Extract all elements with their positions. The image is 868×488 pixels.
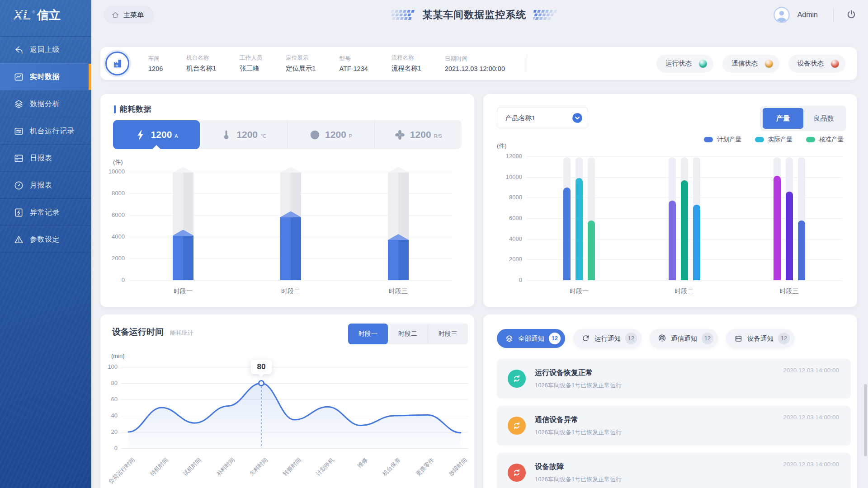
- bar: [588, 221, 595, 280]
- sidebar-item-label: 实时数据: [30, 72, 60, 82]
- notifications-panel: 全部通知 12 运行通知 12 通信通知 12 设备通知 12 运行设备恢复正常…: [483, 314, 857, 488]
- notification-body: 运行设备恢复正常 1026车间设备1号已恢复正常运行: [535, 368, 622, 389]
- divider: [833, 8, 834, 22]
- notification-item-device-fault[interactable]: 设备故障 1026车间设备1号已恢复正常运行 2020.12.03 14:00:…: [497, 453, 851, 488]
- status-pill-device: 设备状态: [788, 55, 845, 73]
- bar: [576, 178, 583, 280]
- sidebar-nav: 返回上级 实时数据 数据分析 机台运行记录 日报表 月报表 异常记录 参数设定: [0, 36, 91, 253]
- y-tick-label: 2000: [499, 256, 522, 263]
- status-pill-running: 运行状态: [656, 55, 713, 73]
- title-pixels-right-icon: [533, 9, 562, 20]
- x-tick-label: 时段二: [270, 287, 311, 296]
- bar: [774, 176, 781, 280]
- sidebar-item-monthly-report[interactable]: 月报表: [0, 172, 91, 199]
- avatar[interactable]: [773, 6, 790, 23]
- data-point-marker: [259, 381, 264, 386]
- logout-power-button[interactable]: [845, 9, 857, 21]
- sidebar-item-data-analysis[interactable]: 数据分析: [0, 90, 91, 117]
- factory-icon: [111, 57, 124, 70]
- top-bar: 主菜单 某某车间数据监控系统 Admin: [91, 0, 868, 30]
- y-tick-label: 8000: [499, 194, 522, 201]
- y-tick-label: 10000: [101, 168, 125, 175]
- field-value: 流程名称1: [392, 64, 421, 73]
- machine-info-bar: 车间 1206 机台名称 机台名称1 工作人员 张三峰 定位展示 定位展示1 型…: [100, 47, 857, 80]
- sidebar-item-parameter-settings[interactable]: 参数设定: [0, 226, 91, 253]
- notification-desc: 1026车间设备1号已恢复正常运行: [535, 381, 622, 389]
- field-value: 张三峰: [240, 64, 262, 73]
- bar: [388, 234, 409, 280]
- field-value: 2021.12.03 12:00:00: [445, 65, 505, 72]
- field-label: 流程名称: [392, 54, 421, 62]
- scrollbar-thumb[interactable]: [864, 384, 867, 456]
- chart-tooltip: 80: [251, 360, 272, 374]
- title-group: 某某车间数据监控系统: [386, 0, 562, 30]
- notification-list: 运行设备恢复正常 1026车间设备1号已恢复正常运行 2020.12.03 14…: [497, 359, 851, 488]
- runtime-line-chart: 020406080100(min) 80负荷运行时间待机时间试机时间补料时间欠料…: [100, 314, 474, 488]
- sync-status-icon: [508, 464, 526, 482]
- layers-icon: [505, 334, 514, 343]
- sidebar-item-realtime-data[interactable]: 实时数据: [0, 63, 91, 90]
- notification-timestamp: 2020.12.03 14:00:00: [783, 414, 839, 421]
- sidebar-item-machine-records[interactable]: 机台运行记录: [0, 117, 91, 145]
- x-tick-label: 时段一: [559, 287, 599, 296]
- page-title: 某某车间数据监控系统: [422, 8, 526, 22]
- y-tick-label: 0: [101, 277, 125, 283]
- realtime-chart-icon: [14, 72, 24, 82]
- exception-bolt-icon: [14, 207, 24, 218]
- x-tick-label: 时段一: [163, 287, 203, 296]
- communication-status-indicator: [765, 60, 773, 68]
- tab-label: 全部通知: [518, 334, 544, 343]
- sidebar-item-exception-records[interactable]: 异常记录: [0, 199, 91, 226]
- sidebar-item-back[interactable]: 返回上级: [0, 36, 91, 63]
- main-menu-label: 主菜单: [123, 11, 144, 19]
- bar: [669, 201, 676, 280]
- notification-title: 运行设备恢复正常: [535, 368, 622, 378]
- x-tick-label: 时段二: [664, 287, 705, 296]
- tab-device-notifications[interactable]: 设备通知 12: [726, 329, 794, 348]
- sync-status-icon: [508, 417, 526, 435]
- production-bar-chart: 020004000600080001000012000(件)时段一时段二时段三: [483, 94, 857, 307]
- count-badge: 12: [702, 333, 713, 344]
- refresh-icon: [581, 334, 590, 343]
- sync-status-icon: [508, 370, 526, 388]
- sidebar-item-label: 异常记录: [30, 208, 60, 217]
- back-arrow-icon: [14, 45, 24, 55]
- status-label: 设备状态: [797, 59, 824, 68]
- notification-desc: 1026车间设备1号已恢复正常运行: [535, 428, 622, 436]
- sidebar-item-label: 月报表: [30, 181, 52, 190]
- tab-label: 设备通知: [747, 334, 774, 343]
- info-field-workshop: 车间 1206: [148, 55, 163, 72]
- user-zone: Admin: [773, 0, 857, 30]
- sidebar-item-daily-report[interactable]: 日报表: [0, 145, 91, 172]
- bar: [786, 192, 793, 280]
- production-panel: 产品名称1 产量 良品数 计划产量 实际产量 核准产量 020004000600…: [483, 94, 857, 307]
- field-label: 工作人员: [240, 54, 262, 62]
- tab-communication-notifications[interactable]: 通信通知 12: [650, 329, 718, 348]
- main-menu-button[interactable]: 主菜单: [104, 6, 154, 23]
- gridline: [129, 280, 452, 281]
- broadcast-icon: [658, 334, 666, 343]
- runtime-panel: 设备运行时间 能耗统计 时段一 时段二 时段三 020406080100(min…: [100, 314, 474, 488]
- y-tick-label: 10000: [499, 174, 522, 180]
- count-badge: 12: [549, 333, 561, 344]
- field-value: 定位展示1: [286, 64, 316, 73]
- monthly-report-icon: [14, 180, 24, 191]
- count-badge: 12: [778, 333, 790, 344]
- tab-all-notifications[interactable]: 全部通知 12: [497, 329, 565, 348]
- notification-title: 通信设备异常: [535, 415, 622, 425]
- count-badge: 12: [625, 333, 637, 344]
- tab-running-notifications[interactable]: 运行通知 12: [573, 329, 642, 348]
- tab-label: 运行通知: [594, 334, 621, 343]
- info-field-model: 型号 ATF-1234: [339, 55, 368, 72]
- sidebar-item-label: 返回上级: [30, 45, 60, 55]
- notification-item-running-restored[interactable]: 运行设备恢复正常 1026车间设备1号已恢复正常运行 2020.12.03 14…: [497, 359, 851, 399]
- power-icon: [846, 9, 857, 20]
- status-label: 通信状态: [731, 59, 758, 68]
- sidebar-item-label: 数据分析: [30, 99, 60, 109]
- notification-item-communication-abnormal[interactable]: 通信设备异常 1026车间设备1号已恢复正常运行 2020.12.03 14:0…: [497, 406, 851, 446]
- info-field-location: 定位展示 定位展示1: [286, 54, 316, 73]
- y-tick-label: 0: [499, 277, 522, 283]
- field-label: 定位展示: [286, 54, 316, 62]
- warning-triangle-icon: [14, 235, 24, 245]
- status-label: 运行状态: [665, 59, 692, 68]
